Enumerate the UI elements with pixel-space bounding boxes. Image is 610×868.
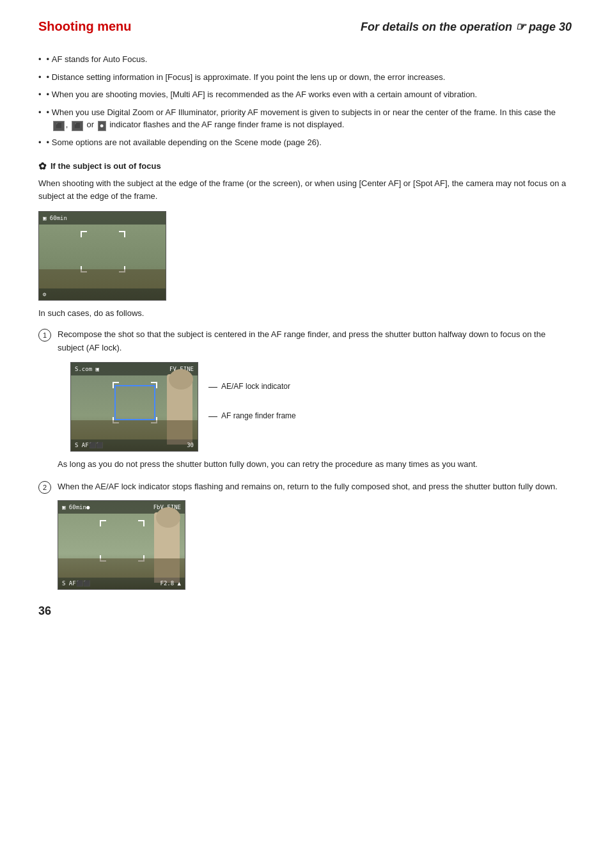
cam-top-bar-1: ▣ 60min bbox=[39, 212, 166, 225]
page-header: Shooting menu For details on the operati… bbox=[38, 19, 572, 34]
af-corner-tl-2 bbox=[113, 382, 119, 388]
camera-screenshot-3-wrapper: ▣ 60min● FbV FINE S AF⬛⬛ bbox=[58, 500, 572, 590]
af-frame-white bbox=[81, 231, 125, 272]
bullet-text: AF stands for Auto Focus. bbox=[52, 53, 148, 66]
af-frame-white-3 bbox=[100, 520, 145, 562]
af-corner-tl bbox=[81, 231, 87, 237]
bullet-marker: • bbox=[47, 71, 52, 84]
bullet-text: When you use Digital Zoom or AF Illumina… bbox=[52, 106, 572, 132]
page: Shooting menu For details on the operati… bbox=[0, 0, 610, 637]
cam-bottom-bar-2: S AF⬛⬛ 30 bbox=[71, 439, 198, 451]
bullet-marker: • bbox=[47, 106, 52, 119]
page-number: 36 bbox=[38, 604, 51, 618]
cam-bottom-right-2: 30 bbox=[187, 442, 194, 448]
af-range-finder-text: AF range finder frame bbox=[221, 411, 296, 420]
bullet-marker: • bbox=[47, 53, 52, 66]
indicator-icon-2: ⬛ bbox=[72, 121, 83, 131]
diagram-area-step1: S.com ▣ FV FINE bbox=[70, 362, 572, 452]
step-2-header: 2 When the AE/AF lock indicator stops fl… bbox=[38, 480, 572, 494]
indicator-icon-1: ⬛ bbox=[53, 121, 65, 131]
camera-screenshot-1: ▣ 60min ⚙ bbox=[38, 211, 166, 301]
step-1-block: 1 Recompose the shot so that the subject… bbox=[38, 328, 572, 471]
section-title-left: Shooting menu bbox=[38, 19, 132, 34]
indicator-icon-3: ● bbox=[98, 121, 106, 131]
diagram-labels: AE/AF lock indicator AF range finder fra… bbox=[208, 381, 296, 421]
bullet-text: When you are shooting movies, [Multi AF]… bbox=[52, 88, 477, 101]
af-corner-tr-3 bbox=[138, 520, 145, 526]
section-title-right: For details on the operation ☞ page 30 bbox=[361, 20, 572, 34]
step-2-block: 2 When the AE/AF lock indicator stops fl… bbox=[38, 480, 572, 590]
cam-bottom-left-1: ⚙ bbox=[43, 291, 46, 297]
camera-screenshot-3: ▣ 60min● FbV FINE S AF⬛⬛ bbox=[58, 500, 185, 590]
camera-screenshot-2: S.com ▣ FV FINE bbox=[70, 362, 198, 452]
af-range-finder-label: AF range finder frame bbox=[208, 411, 296, 421]
tip-icon: ✿ bbox=[38, 161, 47, 172]
ae-af-lock-label: AE/AF lock indicator bbox=[208, 381, 296, 391]
step-1-note: As long as you do not press the shutter … bbox=[58, 458, 572, 471]
list-item: • Some options are not available dependi… bbox=[38, 136, 572, 149]
bullet-list: • AF stands for Auto Focus. • Distance s… bbox=[38, 53, 572, 149]
focus-intro-text: When shooting with the subject at the ed… bbox=[38, 177, 572, 204]
step-2-number: 2 bbox=[38, 481, 51, 494]
step-2-text: When the AE/AF lock indicator stops flas… bbox=[58, 480, 572, 494]
cam-ground-1 bbox=[39, 269, 166, 288]
header-right-prefix: For details on the operation bbox=[361, 20, 512, 33]
cam-top-info-1: ▣ 60min bbox=[43, 215, 67, 221]
list-item: • When you use Digital Zoom or AF Illumi… bbox=[38, 106, 572, 132]
cam-bottom-bar-3: S AF⬛⬛ F2.8 ▲ bbox=[58, 578, 185, 589]
ae-af-lock-text: AE/AF lock indicator bbox=[221, 382, 290, 391]
step-1-text: Recompose the shot so that the subject i… bbox=[58, 328, 572, 355]
cam-bottom-left-3: S AF⬛⬛ bbox=[62, 580, 90, 587]
list-item: • When you are shooting movies, [Multi A… bbox=[38, 88, 572, 101]
step-1-header: 1 Recompose the shot so that the subject… bbox=[38, 328, 572, 355]
list-item: • Distance setting information in [Focus… bbox=[38, 71, 572, 84]
af-corner-tr bbox=[119, 231, 125, 237]
cam-top-left-3: ▣ 60min● bbox=[62, 504, 90, 510]
focus-section-title: ✿ If the subject is out of focus bbox=[38, 161, 572, 172]
bullet-marker: • bbox=[47, 136, 52, 149]
list-item: • AF stands for Auto Focus. bbox=[38, 53, 572, 66]
bullet-text: Distance setting information in [Focus] … bbox=[52, 71, 446, 84]
bullet-marker: • bbox=[47, 88, 52, 101]
af-corner-tr-2 bbox=[151, 382, 157, 388]
cam-bottom-bar-1: ⚙ bbox=[39, 288, 166, 300]
af-frame-white-2 bbox=[113, 382, 157, 423]
header-right-symbol: ☞ bbox=[515, 20, 529, 33]
cam-ground-2 bbox=[71, 420, 198, 439]
header-right-suffix: page 30 bbox=[529, 20, 572, 33]
cam-bottom-right-3: F2.8 ▲ bbox=[160, 580, 181, 587]
bullet-text: Some options are not available depending… bbox=[52, 136, 322, 149]
cam-bottom-left-2: S AF⬛⬛ bbox=[75, 442, 103, 448]
in-such-cases-text: In such cases, do as follows. bbox=[38, 307, 572, 320]
cam-top-left-2: S.com ▣ bbox=[75, 366, 99, 372]
focus-title-text: If the subject is out of focus bbox=[51, 161, 161, 171]
step-1-number: 1 bbox=[38, 329, 51, 342]
cam-ground-3 bbox=[58, 558, 185, 578]
af-corner-tl-3 bbox=[100, 520, 106, 526]
